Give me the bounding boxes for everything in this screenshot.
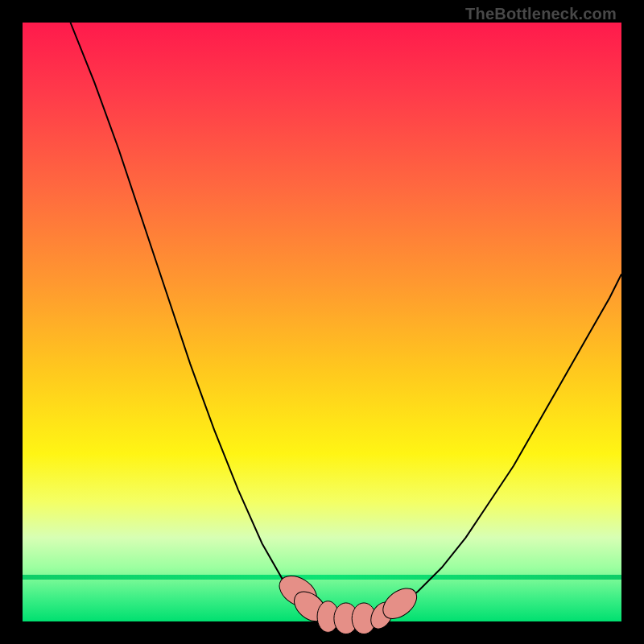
chart-plot-area [23,23,621,621]
watermark-label: TheBottleneck.com [465,5,617,23]
chart-frame: TheBottleneck.com [0,0,644,644]
bottleneck-curve [71,23,621,619]
chart-curve-layer [23,23,621,621]
